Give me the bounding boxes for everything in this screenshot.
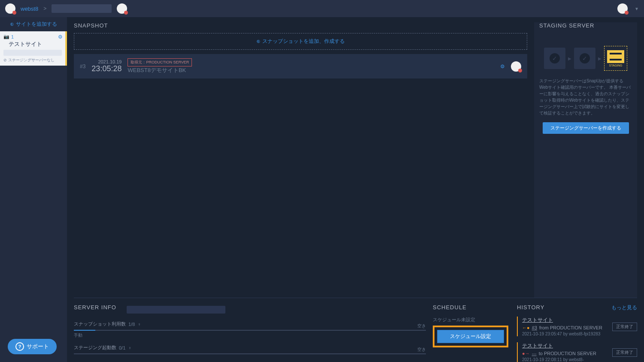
staging-count-bar: 空き bbox=[74, 353, 426, 354]
history-section: HISTORY もっと見る テストサイト ←● #3 from PRODUCTI… bbox=[517, 304, 637, 362]
step-arrow-icon: ▶ bbox=[598, 56, 601, 61]
history-item-id: --- bbox=[532, 351, 537, 356]
org-avatar[interactable] bbox=[5, 3, 15, 14]
schedule-settings-button[interactable]: スケジュール設定 bbox=[437, 330, 504, 343]
schedule-title: SCHEDULE bbox=[433, 304, 508, 311]
user-menu-caret-icon[interactable]: ▼ bbox=[635, 6, 639, 11]
site-name: テストサイト bbox=[3, 39, 62, 49]
support-button[interactable]: サポート bbox=[8, 339, 57, 354]
staging-count-label: ステージング起動数 bbox=[74, 344, 116, 351]
snapshot-name: WEBST8デモサイトBK bbox=[128, 66, 192, 74]
camera-icon: 📷 bbox=[3, 34, 9, 39]
snapshot-title: SNAPSHOT bbox=[74, 22, 527, 29]
topbar: webst8 > ▼ bbox=[0, 0, 644, 17]
snapshot-source-tag: 取得元：PRODUCTION SERVER bbox=[128, 58, 192, 66]
site-card[interactable]: 📷 1 ⚙ テストサイト ステージングサーバーなし bbox=[0, 31, 67, 66]
user-avatar[interactable] bbox=[617, 3, 628, 14]
sidebar: サイトを追加する 📷 1 ⚙ テストサイト ステージングサーバーなし bbox=[0, 17, 67, 362]
history-status-badge: 正常終了 bbox=[612, 323, 637, 331]
step-3-active: STAGING bbox=[604, 46, 627, 71]
snapshot-section: SNAPSHOT スナップショットを追加、作成する #3 2021.10.19 … bbox=[74, 22, 527, 298]
staging-description: ステージングサーバーはSnapUpが提供するWebサイト確認用のサーバーです。 … bbox=[539, 78, 632, 116]
bar-manual-label: 手動 bbox=[74, 332, 426, 338]
add-snapshot-button[interactable]: スナップショットを追加、作成する bbox=[74, 33, 527, 50]
server-info-section: SERVER INFO スナップショット利用数 1/8 ♀ 空き 手動 ステージ… bbox=[74, 304, 426, 362]
schedule-button-highlight: スケジュール設定 bbox=[433, 326, 508, 347]
staging-count-value: 0/1 bbox=[119, 345, 125, 350]
breadcrumb-current bbox=[52, 4, 112, 13]
history-status-badge: 正常終了 bbox=[612, 348, 637, 357]
step-arrow-icon: ▶ bbox=[568, 56, 571, 61]
snapshot-time: 23:05:28 bbox=[91, 64, 122, 73]
history-item[interactable]: テストサイト ●→ --- to PRODUCTION SERVER 2021-… bbox=[517, 342, 637, 362]
snapshot-gear-icon[interactable]: ⚙ bbox=[500, 63, 505, 69]
server-info-title: SERVER INFO bbox=[74, 304, 116, 311]
site-settings-gear-icon[interactable]: ⚙ bbox=[58, 34, 63, 40]
info-bulb-icon[interactable]: ♀ bbox=[128, 345, 131, 350]
support-label: サポート bbox=[27, 343, 49, 350]
history-more-link[interactable]: もっと見る bbox=[611, 304, 637, 311]
info-bulb-icon[interactable]: ♀ bbox=[137, 322, 141, 327]
history-item[interactable]: テストサイト ←● #3 from PRODUCTION SERVER 2021… bbox=[517, 317, 637, 336]
server-info-redacted bbox=[127, 306, 225, 314]
staging-title: STAGING SERVER bbox=[539, 22, 632, 29]
site-subinfo bbox=[3, 50, 62, 56]
step-2-icon: ✓ bbox=[574, 48, 595, 69]
step-3-label: STAGING bbox=[609, 64, 623, 67]
breadcrumb-org-link[interactable]: webst8 bbox=[21, 6, 38, 12]
history-item-source: to PRODUCTION SERVER bbox=[539, 351, 596, 356]
create-staging-button[interactable]: ステージングサーバーを作成する bbox=[543, 122, 629, 134]
site-staging-note: ステージングサーバーなし bbox=[3, 57, 62, 63]
snap-usage-label: スナップショット利用数 bbox=[74, 321, 126, 327]
history-item-source: from PRODUCTION SERVER bbox=[539, 325, 602, 330]
site-snap-count: 1 bbox=[11, 34, 14, 39]
history-item-meta: 2021-10-19 22:08:11 by webst8- bbox=[522, 357, 637, 362]
bar-empty-label: 空き bbox=[417, 323, 426, 329]
history-direction-from-icon: ←● bbox=[522, 325, 530, 330]
site-avatar[interactable] bbox=[117, 3, 127, 14]
staging-step-diagram: ✓ ▶ ✓ ▶ STAGING bbox=[539, 46, 632, 71]
snapshot-author-avatar bbox=[511, 61, 521, 72]
breadcrumb-separator: > bbox=[43, 6, 46, 12]
step-1-icon: ✓ bbox=[544, 48, 565, 69]
schedule-section: SCHEDULE スケジュール未設定 スケジュール設定 bbox=[433, 304, 510, 362]
snapshot-date: 2021.10.19 bbox=[91, 59, 122, 64]
bar-empty-label: 空き bbox=[417, 347, 426, 353]
snapshot-row[interactable]: #3 2021.10.19 23:05:28 取得元：PRODUCTION SE… bbox=[74, 54, 527, 78]
history-item-meta: 2021-10-19 23:05:47 by webst8-fpi19283 bbox=[522, 332, 637, 336]
snapshot-index: #3 bbox=[80, 63, 85, 69]
schedule-status-text: スケジュール未設定 bbox=[433, 317, 508, 323]
add-site-button[interactable]: サイトを追加する bbox=[0, 17, 67, 31]
snap-usage-bar: 空き bbox=[74, 330, 426, 331]
history-item-id: #3 bbox=[532, 325, 537, 330]
history-direction-to-icon: ●→ bbox=[522, 351, 530, 356]
snap-usage-value: 1/8 bbox=[128, 322, 135, 327]
staging-section: STAGING SERVER ✓ ▶ ✓ ▶ STAGING ステージングサーバ… bbox=[534, 22, 637, 298]
